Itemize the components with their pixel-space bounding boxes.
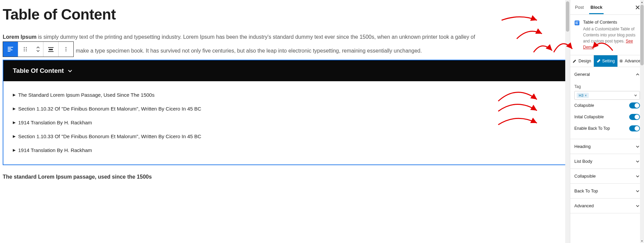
tag-select[interactable]: H3 × [574,91,640,100]
toc-item[interactable]: ▶Section 1.10.33 Of "De Finibus Bonorum … [13,129,557,143]
panel-general-header[interactable]: General [570,67,644,82]
tag-field-label: Tag [574,84,640,89]
block-info: Table of Contents Add a Customizable Tab… [570,15,644,55]
more-options-button[interactable] [59,42,73,57]
svg-rect-2 [8,50,12,50]
mode-tab-label: Design [578,59,591,63]
toc-item-label: 1914 Translation By H. Rackham [18,147,92,153]
settings-sidebar: Post Block Table of Contents Add a Custo… [570,0,644,243]
scroll-up-icon[interactable]: ▲ [640,0,644,4]
mode-tab-label: Setting [602,59,615,63]
align-button[interactable] [43,42,58,57]
page-title[interactable]: Table of Content [3,6,567,23]
svg-rect-11 [49,49,53,50]
sidebar-tabs: Post Block [570,0,644,15]
chevron-down-icon [635,189,640,193]
panel-label: Back To Top [574,188,598,193]
chevron-down-icon [634,93,638,97]
svg-rect-17 [575,22,579,22]
main-scrollbar-thumb[interactable] [566,1,569,32]
chevron-down-icon [635,204,640,208]
move-buttons[interactable] [33,42,43,57]
svg-point-5 [24,49,25,50]
toggle-label: Collapsible [574,103,594,108]
tag-chip: H3 × [577,93,589,98]
chevron-down-icon [635,159,640,164]
svg-rect-12 [48,51,54,52]
block-toolbar [3,41,74,57]
panel-advanced-header[interactable]: Advanced [570,199,644,213]
toc-item[interactable]: ▶1914 Translation By H. Rackham [13,143,557,157]
intro-paragraph[interactable]: Lorem Ipsum is simply dummy text of the … [3,32,567,41]
tag-remove-button[interactable]: × [585,94,587,97]
editor-main: Table of Content Lorem Ipsum is simply d… [0,0,570,243]
intro-text-2: make a type specimen book. It has surviv… [76,48,422,54]
mode-tab-setting[interactable]: Setting [594,55,617,67]
panel-back-to-top: Back To Top [570,184,644,199]
toc-header[interactable]: Table Of Content [3,60,567,81]
svg-point-8 [26,49,27,50]
toc-body: ▶The Standard Lorem Ipsum Passage, Used … [3,81,567,164]
block-description: Add a Customizable Table of Contents int… [583,26,640,50]
panel-label: Advanced [574,203,594,208]
mode-tab-design[interactable]: Design [570,55,594,67]
svg-point-4 [24,47,25,48]
intro-paragraph-2[interactable]: make a type specimen book. It has surviv… [76,46,422,55]
sidebar-scrollbar-thumb[interactable] [640,5,644,65]
svg-point-6 [24,51,25,52]
toc-item-label: The Standard Lorem Ipsum Passage, Used S… [18,92,155,98]
toc-item[interactable]: ▶Section 1.10.32 Of "De Finibus Bonorum … [13,102,557,116]
wrench-icon [597,59,601,63]
main-scrollbar[interactable] [565,0,570,243]
panel-heading-header[interactable]: Heading [570,139,644,154]
toggle-label: Enable Back To Top [574,126,610,131]
toc-block[interactable]: Table Of Content ▶The Standard Lorem Ips… [3,60,567,165]
svg-rect-1 [8,48,11,49]
block-type-button[interactable] [3,42,18,57]
panel-heading: Heading [570,139,644,154]
sidebar-scrollbar[interactable]: ▲ ▼ [640,0,644,243]
tab-post[interactable]: Post [572,1,587,14]
svg-rect-18 [575,23,578,23]
svg-rect-0 [8,47,13,48]
toggle-initial-collapsible[interactable] [629,114,640,120]
panel-list-body: List Body [570,154,644,169]
tag-chip-label: H3 [579,93,583,97]
panel-collapsible-header[interactable]: Collapsible [570,169,644,183]
panel-label: List Body [574,159,592,164]
toc-item-label: Section 1.10.33 Of "De Finibus Bonorum E… [18,133,201,139]
sub-heading[interactable]: The standard Lorem Ipsum passage, used s… [3,174,567,180]
svg-point-9 [26,51,27,52]
toggle-row-collapsible: Collapsible [574,100,640,111]
toc-item-label: 1914 Translation By H. Rackham [18,120,92,125]
toc-block-icon [574,20,580,26]
scroll-down-icon[interactable]: ▼ [640,239,644,243]
svg-point-7 [26,47,27,48]
drag-handle-button[interactable] [18,42,33,57]
panel-label: Collapsible [574,174,596,179]
toggle-collapsible[interactable] [629,102,640,109]
panel-list-body-header[interactable]: List Body [570,154,644,169]
chevron-down-icon [635,174,640,179]
block-name: Table of Contents [583,20,640,25]
toggle-row-back-to-top: Enable Back To Top [574,123,640,134]
triangle-right-icon: ▶ [13,134,15,139]
toc-item[interactable]: ▶The Standard Lorem Ipsum Passage, Used … [13,88,557,102]
intro-text-1: is simply dummy text of the printing and… [36,34,475,40]
panel-general: General Tag H3 × Collapsible Inital [570,67,644,139]
toc-item[interactable]: ▶1914 Translation By H. Rackham [13,116,557,129]
intro-bold: Lorem Ipsum [3,34,36,40]
tab-block[interactable]: Block [587,1,606,14]
toggle-back-to-top[interactable] [629,125,640,131]
svg-point-15 [66,51,67,52]
panel-label: General [574,72,590,77]
svg-point-14 [66,49,67,50]
svg-rect-19 [575,24,578,24]
panel-back-to-top-header[interactable]: Back To Top [570,184,644,198]
triangle-right-icon: ▶ [13,148,15,152]
pencil-icon [573,59,577,63]
toggle-row-initial-collapsible: Inital Collapsible [574,111,640,123]
triangle-right-icon: ▶ [13,93,15,97]
svg-rect-10 [48,47,54,48]
toc-item-label: Section 1.10.32 Of "De Finibus Bonorum E… [18,106,201,112]
